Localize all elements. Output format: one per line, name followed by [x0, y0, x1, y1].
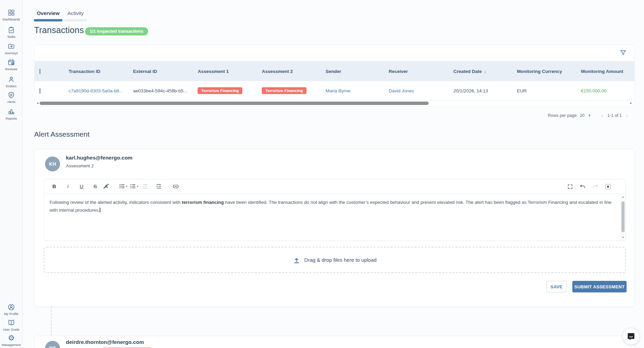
editor-toolbar: B i U S A ▾ ▾	[44, 179, 626, 194]
outdent-button[interactable]	[141, 182, 149, 191]
sidebar-item-label: Alerts	[7, 100, 15, 104]
select-all-checkbox[interactable]	[39, 69, 41, 74]
sidebar-item-label: My Profile	[4, 312, 18, 316]
code-view-button[interactable]	[604, 182, 612, 191]
bold-text: terrorism financing	[182, 200, 224, 205]
transaction-id-link[interactable]: c7a9190d-8303-5a0a-b8...	[69, 88, 123, 93]
tab-activity[interactable]: Activity	[64, 10, 87, 21]
sidebar-item-user-guide[interactable]: User Guide	[0, 319, 23, 331]
assessor-email: deirdre.thornton@fenergo.com	[66, 339, 144, 345]
pagination-range: 1-1 of 1	[607, 113, 622, 118]
clear-formatting-button[interactable]: A	[102, 182, 110, 191]
alerts-icon	[8, 91, 15, 99]
sidebar-item-reviews[interactable]: Reviews	[0, 59, 23, 71]
horizontal-scrollbar-thumb[interactable]	[40, 102, 429, 105]
sidebar-item-journeys[interactable]: Journeys	[0, 43, 23, 55]
dropzone-label: Drag & drop files here to upload	[304, 257, 377, 263]
sidebar-item-reports[interactable]: Reports	[0, 108, 23, 120]
rows-per-page-caret-icon[interactable]: ▼	[588, 114, 591, 117]
monitoring-amount-value: €150,000.00	[581, 88, 606, 93]
sidebar: Dashboards Tasks Journeys Reviews Entiti…	[0, 0, 23, 348]
upload-icon	[293, 257, 300, 263]
sidebar-item-label: Management	[2, 343, 20, 347]
tab-overview-indicator	[34, 19, 62, 21]
gear-icon: ⚙	[8, 334, 15, 342]
italic-button[interactable]: i	[64, 182, 72, 191]
sidebar-item-label: User Guide	[3, 328, 19, 331]
alert-assessment-title: Alert Assessment	[34, 130, 89, 138]
table-pagination: Rows per page: 20 ▼ ‹ 1-1 of 1 ›	[34, 111, 635, 120]
column-header-assessment-2[interactable]: Assessment 2	[262, 69, 326, 74]
sidebar-item-entities[interactable]: Entities	[0, 76, 23, 88]
avatar: KH	[45, 156, 60, 171]
sidebar-item-alerts[interactable]: Alerts	[0, 91, 23, 104]
scroll-right-icon[interactable]: ►	[630, 102, 632, 105]
tab-overview[interactable]: Overview	[34, 10, 62, 21]
sidebar-item-dashboards[interactable]: Dashboards	[0, 9, 23, 21]
indent-button[interactable]	[155, 182, 163, 191]
external-id-value: ae033be4-594c-458b-b5...	[133, 88, 187, 93]
inspected-transactions-badge: 1/1 inspected transactions	[85, 27, 148, 35]
strikethrough-button[interactable]: S	[91, 182, 99, 191]
assessment-label: Assessment 2	[66, 163, 94, 168]
sidebar-item-label: Dashboards	[2, 17, 20, 21]
ordered-list-caret-icon: ▾	[126, 185, 127, 188]
fullscreen-button[interactable]	[566, 182, 574, 191]
column-header-receiver[interactable]: Receiver	[389, 69, 454, 74]
sidebar-item-management[interactable]: ⚙ Management	[0, 334, 23, 347]
tab-overview-label: Overview	[34, 10, 62, 16]
sidebar-item-label: Reports	[5, 117, 17, 120]
insert-link-button[interactable]	[172, 182, 180, 191]
sidebar-item-label: Journeys	[5, 51, 18, 55]
undo-button[interactable]	[578, 182, 587, 191]
rows-per-page-value[interactable]: 20	[580, 113, 585, 118]
column-header-transaction-id[interactable]: Transaction ID	[69, 69, 133, 74]
assessment-text-input[interactable]: Following review of the alerted activity…	[44, 194, 620, 241]
submit-assessment-button[interactable]: SUBMIT ASSESSMENT	[572, 281, 627, 292]
rich-text-editor: B i U S A ▾ ▾	[44, 179, 626, 241]
bold-button[interactable]: B	[50, 182, 58, 191]
save-button[interactable]: SAVE	[546, 281, 567, 292]
table-row[interactable]: c7a9190d-8303-5a0a-b8... ae033be4-594c-4…	[34, 81, 634, 101]
rows-per-page-label: Rows per page:	[548, 113, 578, 118]
sidebar-item-tasks[interactable]: Tasks	[0, 26, 23, 39]
column-header-monitoring-currency[interactable]: Monitoring Currency	[517, 69, 581, 74]
monitoring-currency-value: EUR	[517, 88, 527, 93]
tab-activity-indicator	[64, 19, 87, 21]
created-date-value: 20/1/2026, 14:13	[454, 88, 488, 93]
column-header-monitoring-amount[interactable]: Monitoring Amount	[581, 69, 634, 74]
editor-scrollbar[interactable]: ▲ ▼	[620, 194, 625, 240]
assessment-card-current: KH karl.hughes@fenergo.com Assessment 2 …	[34, 149, 635, 307]
tab-activity-label: Activity	[64, 10, 87, 16]
table-filter-row	[34, 45, 634, 61]
column-header-sender[interactable]: Sender	[326, 69, 389, 74]
reviews-icon	[8, 59, 15, 66]
column-header-external-id[interactable]: External ID	[133, 69, 198, 74]
horizontal-scrollbar[interactable]: ◄ ►	[34, 101, 634, 106]
grid-icon	[605, 184, 611, 189]
scroll-left-icon[interactable]: ◄	[36, 102, 39, 105]
redo-button[interactable]	[591, 182, 599, 191]
file-dropzone[interactable]: Drag & drop files here to upload	[44, 247, 626, 273]
entities-icon	[8, 76, 15, 83]
assessment-1-badge: Terrorism Financing	[198, 87, 242, 94]
scroll-up-icon[interactable]: ▲	[620, 196, 626, 198]
table-header-row: Transaction ID External ID Assessment 1 …	[34, 61, 634, 81]
scroll-down-icon[interactable]: ▼	[620, 236, 626, 239]
column-header-created-date[interactable]: Created Date↓	[454, 69, 517, 74]
sidebar-item-my-profile[interactable]: My Profile	[0, 303, 23, 316]
row-checkbox[interactable]	[39, 88, 41, 93]
chat-launcher-button[interactable]	[623, 328, 639, 345]
previous-page-icon[interactable]: ‹	[599, 112, 605, 119]
ordered-list-button[interactable]: ▾	[119, 182, 127, 191]
unordered-list-caret-icon: ▾	[137, 185, 138, 188]
sender-link[interactable]: Maria Byrne	[326, 88, 350, 93]
underline-button[interactable]: U	[77, 182, 86, 191]
next-page-icon[interactable]: ›	[624, 112, 630, 119]
filter-icon[interactable]	[619, 49, 627, 57]
editor-scrollbar-thumb[interactable]	[621, 201, 625, 232]
transactions-table-card: Transaction ID External ID Assessment 1 …	[34, 45, 635, 107]
column-header-assessment-1[interactable]: Assessment 1	[198, 69, 262, 74]
receiver-link[interactable]: David Jones	[389, 88, 414, 93]
unordered-list-button[interactable]: ▾	[130, 182, 138, 191]
